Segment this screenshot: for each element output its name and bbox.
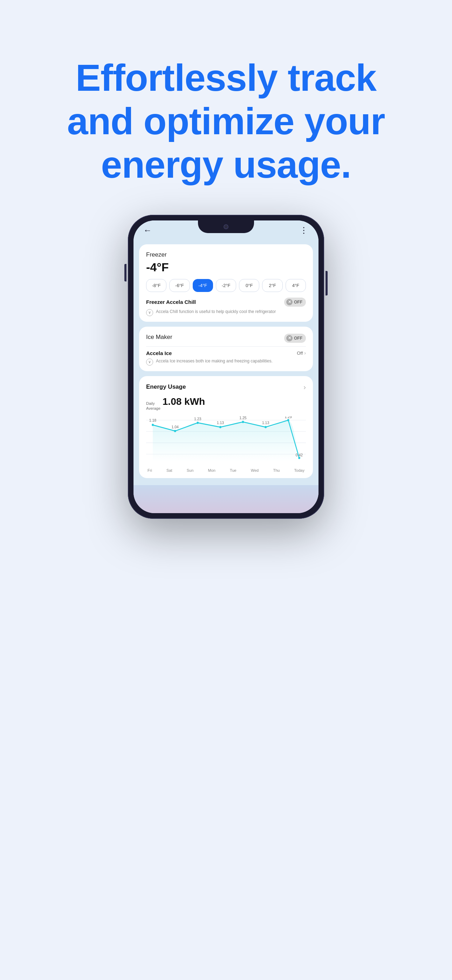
phone-content: Freezer -4°F -8°F -6°F -4°F -2°F 0°F 2°F…: [134, 240, 318, 485]
day-fri: Fri: [148, 468, 152, 473]
accela-chill-label: Freezer Accela Chill: [146, 299, 196, 305]
ice-maker-header: Ice Maker ✕ OFF: [146, 334, 306, 343]
accela-ice-info: ∨ Accela Ice increases both ice making a…: [146, 358, 306, 366]
temp-btn-minus6[interactable]: -6°F: [169, 279, 189, 292]
svg-text:1.13: 1.13: [217, 420, 224, 425]
phone-mockup: ← ⋮ Freezer -4°F -8°F -6°F -4°F -2°F 0°F…: [128, 215, 324, 519]
avg-value: 1.08 kWh: [162, 396, 205, 407]
side-button-right: [326, 271, 328, 296]
notch-bar: ← ⋮: [134, 221, 318, 240]
freezer-card: Freezer -4°F -8°F -6°F -4°F -2°F 0°F 2°F…: [139, 244, 313, 322]
svg-text:1.04: 1.04: [171, 425, 178, 430]
day-thu: Thu: [273, 468, 280, 473]
headline-line3: energy usage.: [101, 143, 351, 186]
energy-header: Energy Usage ›: [146, 383, 306, 391]
ice-maker-toggle-x: ✕: [286, 335, 293, 341]
accela-chill-info-text: Accela Chill function is useful to help …: [156, 309, 276, 315]
headline-section: Effortlessly track and optimize your ene…: [67, 56, 385, 187]
temp-btn-2[interactable]: 2°F: [262, 279, 282, 292]
ice-maker-divider: [146, 346, 306, 347]
svg-point-7: [220, 426, 221, 428]
ice-maker-toggle[interactable]: ✕ OFF: [284, 334, 306, 343]
info-icon-chevron[interactable]: ∨: [146, 309, 153, 316]
svg-text:1.18: 1.18: [149, 418, 156, 423]
day-wed: Wed: [251, 468, 259, 473]
day-today: Today: [294, 468, 304, 473]
svg-text:0.42: 0.42: [296, 453, 303, 457]
ice-maker-card: Ice Maker ✕ OFF Accela Ice Off › ∨: [139, 327, 313, 371]
svg-text:1.25: 1.25: [239, 417, 246, 420]
toggle-x-icon: ✕: [286, 299, 293, 305]
back-button[interactable]: ←: [143, 225, 152, 235]
energy-title: Energy Usage: [146, 383, 186, 390]
svg-point-6: [197, 422, 199, 424]
svg-point-10: [287, 419, 290, 421]
day-mon: Mon: [208, 468, 215, 473]
svg-point-9: [264, 426, 267, 428]
accela-chill-toggle[interactable]: ✕ OFF: [284, 298, 306, 307]
freezer-title: Freezer: [146, 251, 306, 258]
svg-point-8: [242, 421, 244, 423]
chart-day-labels: Fri Sat Sun Mon Tue Wed Thu Today: [146, 468, 306, 473]
phone-bottom-gradient: [134, 485, 318, 513]
accela-ice-status-text: Off: [297, 350, 303, 356]
svg-point-5: [174, 430, 176, 432]
energy-card: Energy Usage › Daily Average 1.08 kWh: [139, 376, 313, 479]
temp-btn-minus8[interactable]: -8°F: [146, 279, 166, 292]
day-tue: Tue: [230, 468, 237, 473]
camera-cutout: [224, 224, 228, 229]
day-sun: Sun: [187, 468, 194, 473]
accela-ice-label: Accela Ice: [146, 350, 172, 356]
freezer-temp: -4°F: [146, 261, 306, 274]
ice-maker-toggle-label: OFF: [294, 336, 302, 341]
temp-btn-minus2[interactable]: -2°F: [216, 279, 236, 292]
svg-text:1.13: 1.13: [262, 420, 269, 425]
temp-selector: -8°F -6°F -4°F -2°F 0°F 2°F 4°F: [146, 279, 306, 292]
svg-point-4: [152, 424, 154, 426]
ice-maker-title: Ice Maker: [146, 334, 172, 341]
day-sat: Sat: [166, 468, 172, 473]
accela-ice-info-icon[interactable]: ∨: [146, 359, 153, 366]
accela-ice-status[interactable]: Off ›: [297, 350, 306, 356]
avg-label: Daily Average: [146, 401, 161, 411]
energy-chevron[interactable]: ›: [304, 383, 306, 391]
temp-btn-4[interactable]: 4°F: [286, 279, 306, 292]
accela-ice-chevron: ›: [304, 350, 306, 356]
accela-chill-info: ∨ Accela Chill function is useful to hel…: [146, 309, 306, 316]
accela-ice-info-text: Accela Ice increases both ice making and…: [156, 358, 272, 364]
accela-chill-row: Freezer Accela Chill ✕ OFF: [146, 298, 306, 307]
menu-button[interactable]: ⋮: [299, 225, 309, 235]
headline-line2: and optimize your: [67, 100, 385, 142]
accela-ice-row: Accela Ice Off ›: [146, 350, 306, 356]
toggle-off-label: OFF: [294, 300, 302, 305]
temp-btn-0[interactable]: 0°F: [239, 279, 259, 292]
svg-text:1.29: 1.29: [285, 417, 291, 419]
phone-screen: ← ⋮ Freezer -4°F -8°F -6°F -4°F -2°F 0°F…: [134, 221, 318, 514]
side-button-left: [124, 264, 126, 282]
svg-text:1.23: 1.23: [194, 417, 201, 421]
energy-chart: 1.18 1.04 1.23 1.13 1.25 1.13 1.29 0.42: [146, 417, 306, 466]
energy-avg: Daily Average 1.08 kWh: [146, 396, 306, 411]
headline-line1: Effortlessly track: [76, 56, 376, 99]
notch-cutout: [198, 221, 254, 233]
temp-btn-minus4[interactable]: -4°F: [193, 279, 213, 292]
